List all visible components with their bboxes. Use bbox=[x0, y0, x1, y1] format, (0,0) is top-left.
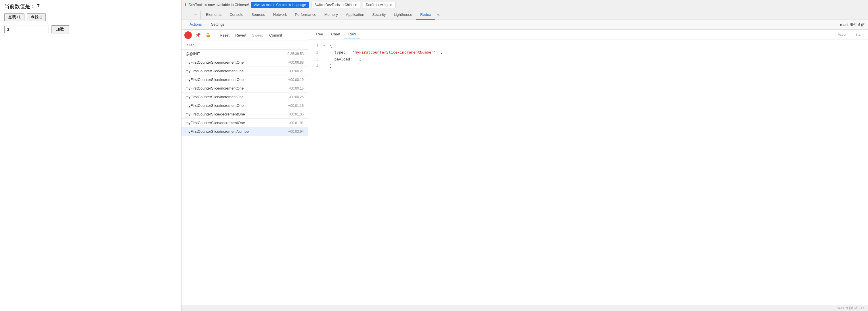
tab-security[interactable]: Security bbox=[368, 10, 390, 20]
commit-button[interactable]: Commit bbox=[268, 32, 284, 38]
inspect-icon[interactable]: ⬚ bbox=[184, 11, 191, 19]
action-row-1[interactable]: myFirstCounterSlice/incrementOne +00:06.… bbox=[182, 58, 308, 67]
code-line-3: 3 payload: 3 bbox=[313, 56, 863, 62]
decrement-button[interactable]: 点我-1 bbox=[27, 13, 46, 21]
notification-text: DevTools is now available in Chinese! bbox=[189, 3, 249, 7]
redux-content: 📌 🔒 Reset Revert Sweep Commit @@INIT 9:3… bbox=[182, 30, 868, 305]
action-time: +00:01.35 bbox=[288, 112, 304, 116]
redux-title: react-组件通信 bbox=[840, 22, 865, 27]
redux-header: Actions Settings react-组件通信 bbox=[182, 20, 868, 30]
redux-tab-actions[interactable]: Actions bbox=[185, 20, 207, 29]
action-name: myFirstCounterSlice/incrementOne bbox=[186, 95, 244, 99]
tab-performance[interactable]: Performance bbox=[291, 10, 320, 20]
code-line-4: 4 } bbox=[313, 62, 863, 69]
increment-button[interactable]: 点我+1 bbox=[4, 13, 25, 21]
action-time: +00:01.91 bbox=[288, 121, 304, 125]
action-time: +00:00.19 bbox=[288, 78, 304, 82]
action-row-3[interactable]: myFirstCounterSlice/incrementOne +00:00.… bbox=[182, 76, 308, 84]
detail-tab-tree[interactable]: Tree bbox=[311, 30, 327, 39]
tab-network[interactable]: Network bbox=[269, 10, 291, 20]
status-bar: ©CSDN 你好友...>> bbox=[182, 305, 868, 311]
tab-sources[interactable]: Sources bbox=[247, 10, 269, 20]
code-line-1: 1 ▾ { bbox=[313, 42, 863, 49]
dismiss-button[interactable]: Don't show again bbox=[363, 2, 396, 8]
detail-header: Tree Chart Raw Action Sta bbox=[308, 30, 868, 39]
lock-button[interactable]: 🔒 bbox=[204, 32, 212, 38]
current-value-text: 当前数值是： bbox=[4, 3, 35, 9]
webpage-panel: 当前数值是： 7 点我+1 点我-1 加数 bbox=[0, 0, 181, 311]
more-tabs-button[interactable]: » bbox=[435, 11, 442, 19]
action-row-5[interactable]: myFirstCounterSlice/incrementOne +00:00.… bbox=[182, 93, 308, 102]
action-time: +00:06.88 bbox=[288, 60, 304, 64]
action-items-list: @@INIT 9:35:38.53 myFirstCounterSlice/in… bbox=[182, 50, 308, 305]
code-area: 1 ▾ { 2 type: 'myFirstCounterSlice/incre… bbox=[308, 39, 868, 305]
detail-tabs: Tree Chart Raw bbox=[311, 30, 360, 39]
action-row-7[interactable]: myFirstCounterSlice/decrementOne +00:01.… bbox=[182, 110, 308, 119]
action-row-4[interactable]: myFirstCounterSlice/incrementOne +00:00.… bbox=[182, 84, 308, 93]
pin-button[interactable]: 📌 bbox=[194, 32, 202, 38]
switch-language-button[interactable]: Switch DevTools to Chinese bbox=[311, 2, 360, 8]
line-number: 4 bbox=[313, 62, 318, 69]
filter-input[interactable] bbox=[184, 42, 305, 48]
detail-column-labels: Action Sta bbox=[834, 30, 865, 39]
devtools-tabs-row: ⬚ ▭ Elements Console Sources Network Per… bbox=[182, 10, 868, 20]
action-name: myFirstCounterSlice/incrementNumber bbox=[186, 129, 250, 134]
info-icon: ℹ bbox=[185, 3, 186, 7]
notification-bar: ℹ DevTools is now available in Chinese! … bbox=[182, 0, 868, 10]
tab-lighthouse[interactable]: Lighthouse bbox=[390, 10, 416, 20]
action-row-2[interactable]: myFirstCounterSlice/incrementOne +00:00.… bbox=[182, 67, 308, 76]
record-button[interactable] bbox=[184, 31, 192, 39]
counter-buttons: 点我+1 点我-1 bbox=[4, 13, 177, 21]
action-time: 9:35:38.53 bbox=[287, 52, 304, 56]
line-number: 3 bbox=[313, 56, 318, 62]
action-name: @@INIT bbox=[186, 52, 200, 56]
action-toolbar: 📌 🔒 Reset Revert Sweep Commit bbox=[182, 30, 308, 41]
action-time: +00:01.16 bbox=[288, 104, 304, 108]
line-spacer bbox=[323, 49, 325, 56]
code-brace-open: { bbox=[330, 42, 332, 49]
tab-console[interactable]: Console bbox=[225, 10, 247, 20]
detail-tab-raw[interactable]: Raw bbox=[344, 30, 360, 39]
code-key-payload: payload: bbox=[330, 56, 354, 62]
line-number: 1 bbox=[313, 42, 318, 49]
number-input[interactable] bbox=[4, 26, 49, 33]
current-value-label: 当前数值是： 7 bbox=[4, 3, 177, 10]
code-line-2: 2 type: 'myFirstCounterSlice/incrementNu… bbox=[313, 49, 863, 56]
action-row-6[interactable]: myFirstCounterSlice/incrementOne +00:01.… bbox=[182, 102, 308, 110]
code-key-type: type: bbox=[330, 49, 348, 56]
detail-tab-chart[interactable]: Chart bbox=[327, 30, 344, 39]
add-number-row: 加数 bbox=[4, 25, 177, 33]
action-row-9[interactable]: myFirstCounterSlice/incrementNumber +00:… bbox=[182, 127, 308, 136]
action-name: myFirstCounterSlice/decrementOne bbox=[186, 121, 245, 125]
collapse-arrow[interactable]: ▾ bbox=[323, 42, 325, 49]
tab-elements[interactable]: Elements bbox=[202, 10, 225, 20]
code-comma-1: , bbox=[440, 49, 443, 56]
tab-application[interactable]: Application bbox=[342, 10, 368, 20]
action-name: myFirstCounterSlice/incrementOne bbox=[186, 78, 244, 82]
action-row-8[interactable]: myFirstCounterSlice/decrementOne +00:01.… bbox=[182, 119, 308, 127]
action-time: +00:00.15 bbox=[288, 86, 304, 90]
action-name: myFirstCounterSlice/incrementOne bbox=[186, 69, 244, 73]
action-time: +00:03.94 bbox=[288, 130, 304, 134]
action-row-init[interactable]: @@INIT 9:35:38.53 bbox=[182, 50, 308, 58]
reset-button[interactable]: Reset bbox=[218, 32, 231, 38]
redux-tab-settings[interactable]: Settings bbox=[207, 20, 229, 29]
tab-memory[interactable]: Memory bbox=[320, 10, 342, 20]
redux-sub-tabs: Actions Settings bbox=[185, 20, 229, 29]
sweep-button[interactable]: Sweep bbox=[250, 32, 265, 38]
action-name: myFirstCounterSlice/decrementOne bbox=[186, 112, 245, 116]
add-button[interactable]: 加数 bbox=[51, 25, 69, 33]
line-spacer bbox=[323, 56, 325, 62]
code-value-payload: 3 bbox=[359, 56, 362, 62]
action-name: myFirstCounterSlice/incrementOne bbox=[186, 103, 244, 108]
action-list-panel: 📌 🔒 Reset Revert Sweep Commit @@INIT 9:3… bbox=[182, 30, 308, 305]
code-brace-close: } bbox=[330, 62, 332, 69]
action-detail-panel: Tree Chart Raw Action Sta 1 ▾ { 2 bbox=[308, 30, 868, 305]
action-name: myFirstCounterSlice/incrementOne bbox=[186, 86, 244, 90]
line-spacer bbox=[323, 62, 325, 69]
code-value-type: 'myFirstCounterSlice/incrementNumber' bbox=[352, 49, 436, 56]
revert-button[interactable]: Revert bbox=[234, 32, 248, 38]
device-icon[interactable]: ▭ bbox=[192, 11, 199, 19]
tab-redux[interactable]: Redux bbox=[416, 10, 435, 20]
match-language-button[interactable]: Always match Chrome's language bbox=[251, 2, 309, 8]
